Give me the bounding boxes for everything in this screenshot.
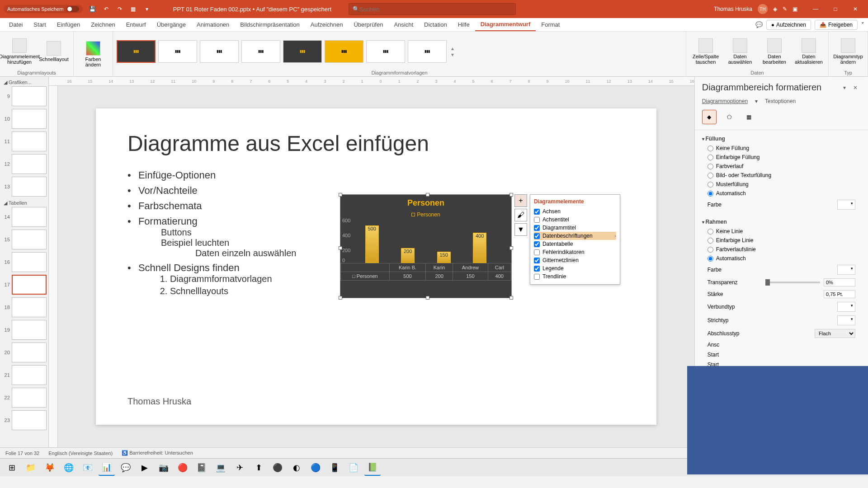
undo-icon[interactable]: ↶ [102, 5, 111, 14]
slide-thumb-14[interactable] [12, 207, 47, 227]
size-props-icon[interactable]: ▦ [742, 110, 756, 124]
document-title[interactable]: PPT 01 Roter Faden 002.pptx • Auf "diese… [173, 6, 331, 13]
save-icon[interactable]: 💾 [88, 5, 97, 14]
outlook-icon[interactable]: 📧 [80, 460, 96, 476]
app-icon-2[interactable]: 📷 [156, 460, 172, 476]
chart-style-7[interactable]: ▮▮▮ [366, 40, 405, 63]
app-icon[interactable]: 💬 [118, 460, 134, 476]
slide-thumb-11[interactable] [12, 131, 47, 151]
tab-chart-design[interactable]: Diagrammentwurf [475, 18, 536, 31]
slide-thumb-16[interactable] [12, 252, 47, 272]
section-header-graphics[interactable]: ◢ Grafiken... [2, 79, 47, 86]
draw-icon[interactable]: ✎ [783, 6, 787, 12]
chart-elem-trendline[interactable]: Trendlinie [534, 272, 616, 281]
fill-none[interactable]: Keine Füllung [702, 144, 861, 153]
edit-data-button[interactable]: Daten bearbeiten [759, 38, 790, 65]
slide-thumb-19[interactable] [12, 320, 47, 340]
powerpoint-icon[interactable]: 📊 [99, 460, 115, 476]
tab-transitions[interactable]: Übergänge [151, 18, 191, 31]
slide-thumb-15[interactable] [12, 230, 47, 249]
ribbon-collapse-icon[interactable]: ˅ [861, 21, 864, 28]
chart-elem-data-table[interactable]: Datentabelle [534, 240, 616, 248]
maximize-button[interactable]: □ [826, 3, 844, 15]
section-border[interactable]: Rahmen [702, 217, 861, 227]
redo-icon[interactable]: ↷ [115, 5, 124, 14]
chart-style-3[interactable]: ▮▮▮ [200, 40, 239, 63]
tab-review[interactable]: Überprüfen [348, 18, 388, 31]
app-icon-4[interactable]: ⬆ [250, 460, 267, 476]
slide-thumb-18[interactable] [12, 297, 47, 317]
app-icon-3[interactable]: 🔴 [175, 460, 191, 476]
slide-title[interactable]: Diagramme aus Excel einfügen [127, 131, 625, 156]
chrome-icon[interactable]: 🌐 [61, 460, 77, 476]
firefox-icon[interactable]: 🦊 [42, 460, 58, 476]
tab-home[interactable]: Start [28, 18, 51, 31]
slide-thumb-23[interactable] [12, 410, 47, 430]
change-colors-button[interactable]: Farben ändern [77, 41, 109, 67]
border-auto[interactable]: Automatisch [702, 254, 861, 263]
tab-design[interactable]: Entwurf [121, 18, 151, 31]
excel-icon[interactable]: 📗 [364, 460, 381, 476]
minimize-button[interactable]: — [807, 3, 825, 15]
autosave-toggle[interactable]: Automatisches Speichern [4, 5, 83, 13]
tab-insert[interactable]: Einfügen [52, 18, 85, 31]
obs-icon[interactable]: ⚫ [269, 460, 286, 476]
telegram-icon[interactable]: ✈ [231, 460, 248, 476]
window-mode-icon[interactable]: ▣ [793, 6, 797, 12]
chart-style-2[interactable]: ▮▮▮ [158, 40, 197, 63]
vertical-ruler[interactable] [49, 86, 58, 447]
app-icon-6[interactable]: 🔵 [307, 460, 324, 476]
chart-object[interactable]: Personen Personen 600 400 200 0 500 200 … [340, 194, 512, 298]
subtab-text-options[interactable]: Textoptionen [765, 98, 796, 104]
fill-gradient[interactable]: Farbverlauf [702, 162, 861, 171]
change-chart-type-button[interactable]: Diagrammtyp ändern [832, 38, 864, 65]
slide-thumb-10[interactable] [12, 109, 47, 129]
border-color-picker[interactable] [837, 265, 855, 275]
tab-help[interactable]: Hilfe [453, 18, 475, 31]
transparency-input[interactable] [824, 278, 855, 286]
section-header-tables[interactable]: ◢ Tabellen [2, 199, 47, 207]
fill-auto[interactable]: Automatisch [702, 189, 861, 198]
quick-layout-button[interactable]: Schnelllayout [38, 41, 70, 62]
slide-thumb-22[interactable] [12, 388, 47, 408]
slide-thumb-17[interactable] [12, 275, 47, 295]
search-box[interactable]: 🔍 [349, 3, 516, 15]
onenote-icon[interactable]: 📓 [193, 460, 210, 476]
share-button[interactable]: 📤 Freigeben [815, 20, 858, 30]
chart-bar[interactable]: 400 [473, 233, 486, 263]
tab-record[interactable]: Aufzeichnen [305, 18, 349, 31]
slide-thumbnails-panel[interactable]: ◢ Grafiken... 9 10 11 12 13 ◢ Tabellen 1… [0, 77, 49, 447]
chart-bar[interactable]: 150 [437, 252, 451, 263]
chart-data-table[interactable]: Karin B.KarinAndrewCarl □ Personen500200… [340, 263, 511, 281]
chart-style-1[interactable]: ▮▮▮ [117, 40, 156, 63]
compound-type-picker[interactable] [837, 302, 855, 312]
tab-draw[interactable]: Zeichnen [85, 18, 120, 31]
slide-thumb-20[interactable] [12, 343, 47, 362]
fill-line-icon[interactable]: ◆ [702, 110, 717, 124]
chart-filters-flyout-button[interactable]: ▼ [514, 223, 527, 236]
chart-bar[interactable]: 200 [401, 248, 415, 263]
fill-pattern[interactable]: Musterfüllung [702, 180, 861, 189]
toggle-switch[interactable] [66, 6, 79, 12]
username[interactable]: Thomas Hruska [714, 6, 752, 12]
accessibility-check[interactable]: ♿ Barrierefreiheit: Untersuchen [122, 450, 193, 456]
switch-row-col-button[interactable]: Zeile/Spalte tauschen [690, 38, 722, 65]
effects-icon[interactable]: ⬠ [722, 110, 736, 124]
border-gradient[interactable]: Farbverlaufslinie [702, 245, 861, 254]
refresh-data-button[interactable]: Daten aktualisieren [793, 38, 825, 65]
slide-counter[interactable]: Folie 17 von 32 [5, 450, 39, 456]
fill-picture[interactable]: Bild- oder Texturfüllung [702, 171, 861, 180]
cap-type-select[interactable]: Flach [815, 329, 855, 338]
slide-thumb-9[interactable] [12, 86, 47, 106]
border-width-input[interactable] [824, 290, 855, 298]
transparency-slider[interactable] [765, 282, 820, 283]
tab-format[interactable]: Format [536, 18, 565, 31]
chart-bar[interactable]: 500 [365, 225, 379, 263]
style-gallery-more[interactable]: ▴▾ [449, 45, 456, 58]
slide-thumb-12[interactable] [12, 154, 47, 174]
close-button[interactable]: ✕ [846, 3, 864, 15]
format-pane-close-icon[interactable]: ✕ [850, 84, 861, 91]
chart-elem-axes[interactable]: Achsen [534, 207, 616, 216]
comments-icon[interactable]: 💬 [755, 21, 763, 28]
qat-more-icon[interactable]: ▾ [142, 5, 151, 14]
